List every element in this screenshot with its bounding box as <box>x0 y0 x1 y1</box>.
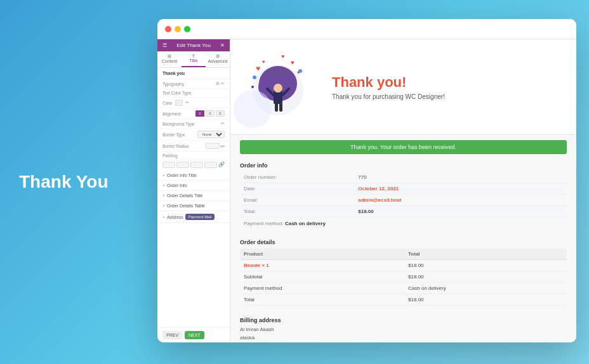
sidebar-row-background-type: Background Type ✏ <box>157 119 230 129</box>
titlebar <box>157 19 576 39</box>
sidebar-expandable-address[interactable]: + Address Payment Mail <box>157 211 230 223</box>
payment-method-row: Payment method: Cash on delivery <box>240 218 567 230</box>
tab-advanced[interactable]: ⚙ Advanced <box>206 51 230 67</box>
table-row: Order number: 770 <box>240 172 567 183</box>
sidebar-row-text-color-type: Text Color Type <box>157 89 230 98</box>
col-product: Product <box>240 249 404 260</box>
sidebar-expandable-order-details-table[interactable]: + Order Details Table <box>157 201 230 211</box>
sidebar-expandable-order-info[interactable]: + Order Info <box>157 181 230 191</box>
window-controls <box>165 26 190 32</box>
sidebar-header-menu-icon: ☰ <box>162 42 167 48</box>
padding-right-input[interactable] <box>176 162 189 168</box>
sidebar-section-thank-you: Thank you <box>157 68 230 79</box>
sidebar-expandable-order-details-title[interactable]: + Order Details Title <box>157 191 230 201</box>
main-window: ☰ Edit Thank You ✕ ⊞ Content T Title ⚙ A… <box>157 19 576 342</box>
billing-address-line1: alaska <box>240 334 567 342</box>
advanced-icon: ⚙ <box>207 54 228 59</box>
thank-you-text: Thank you! Thank you for purchasing WC D… <box>332 74 445 100</box>
sidebar-expandable-order-info-title[interactable]: + Order Info Title <box>157 171 230 181</box>
order-info-table: Order number: 770 Date: October 12, 2021… <box>240 172 567 218</box>
tab-title[interactable]: T Title <box>182 51 206 67</box>
order-details-table: Product Total Beanie × 1 $18.00 Subtotal <box>240 249 567 306</box>
align-right-btn[interactable]: ≡ <box>216 110 225 117</box>
tab-content[interactable]: ⊞ Content <box>157 51 182 67</box>
maximize-button[interactable] <box>184 26 190 32</box>
svg-point-15 <box>251 86 254 88</box>
sidebar-header: ☰ Edit Thank You ✕ <box>157 39 230 51</box>
thank-you-heading: Thank you! <box>332 74 445 91</box>
expand-icon-3: + <box>162 193 165 198</box>
sidebar-row-color: Color ✏ <box>157 98 230 108</box>
padding-left-input[interactable] <box>204 162 217 168</box>
minimize-button[interactable] <box>175 26 181 32</box>
page-title: Thank You <box>19 171 109 193</box>
svg-point-13 <box>253 75 256 79</box>
svg-text:♥: ♥ <box>262 59 265 65</box>
table-row: Subtotal $18.00 <box>240 271 567 283</box>
preview-hero: ♥ ♥ ♥ ♥ ♥ <box>230 39 576 135</box>
title-icon: T <box>183 54 204 58</box>
order-info-title: Order info <box>240 162 567 169</box>
billing-title: Billing address <box>240 317 567 323</box>
svg-point-14 <box>298 69 302 73</box>
close-button[interactable] <box>165 26 171 32</box>
color-edit-icon[interactable]: ✏ <box>185 100 189 105</box>
sidebar-row-alignment: Alignment ≡ ≡ ≡ <box>157 108 230 119</box>
padding-link-icon[interactable]: 🔗 <box>218 162 225 168</box>
order-confirmation-bar: Thank you. Your order has been received. <box>240 140 567 154</box>
sidebar-bottom: PREV NEXT <box>157 327 230 342</box>
col-total: Total <box>404 249 567 260</box>
order-details-section: Order details Product Total Beanie × 1 $… <box>230 236 576 312</box>
window-body: ☰ Edit Thank You ✕ ⊞ Content T Title ⚙ A… <box>157 39 576 342</box>
table-row: Email: admin@ecsil.host <box>240 195 567 206</box>
svg-text:♥: ♥ <box>281 53 284 60</box>
svg-point-5 <box>274 84 282 93</box>
align-left-btn[interactable]: ≡ <box>195 110 204 117</box>
typography-edit-icon[interactable]: ✏ <box>221 81 225 86</box>
table-row: Date: October 12, 2021 <box>240 183 567 195</box>
order-details-title: Order details <box>240 239 567 245</box>
color-swatch[interactable] <box>175 100 183 106</box>
billing-section: Billing address Al Imran Akash alaska co… <box>230 312 576 342</box>
sidebar-header-title: Edit Thank You <box>176 42 211 48</box>
table-header-row: Product Total <box>240 249 567 260</box>
expand-icon: + <box>162 173 165 178</box>
order-info-section: Order info Order number: 770 Date: Octob… <box>230 159 576 236</box>
expand-icon-5: + <box>162 215 165 219</box>
table-row: Payment method Cash on delivery <box>240 283 567 294</box>
sidebar-row-border-type: Border Type None <box>157 129 230 141</box>
billing-info: Al Imran Akash alaska comms, AK 35065 06… <box>240 326 567 342</box>
svg-text:♥: ♥ <box>256 64 260 73</box>
sidebar: ☰ Edit Thank You ✕ ⊞ Content T Title ⚙ A… <box>157 39 230 342</box>
sidebar-row-typography: Typography ⚙ ✏ <box>157 79 230 89</box>
table-row: Beanie × 1 $18.00 <box>240 260 567 271</box>
sidebar-tabs: ⊞ Content T Title ⚙ Advanced <box>157 51 230 68</box>
typography-settings-icon[interactable]: ⚙ <box>216 81 220 86</box>
padding-bottom-input[interactable] <box>190 162 203 168</box>
main-preview: ♥ ♥ ♥ ♥ ♥ <box>230 39 576 342</box>
table-row: Total: $18.00 <box>240 206 567 218</box>
border-type-select[interactable]: None <box>197 131 225 138</box>
svg-rect-16 <box>275 103 278 112</box>
circle-decoration <box>234 90 272 128</box>
svg-rect-17 <box>279 103 282 112</box>
table-row: Total $18.00 <box>240 294 567 306</box>
illustration-area: ♥ ♥ ♥ ♥ ♥ <box>243 52 319 122</box>
svg-text:♥: ♥ <box>291 59 294 66</box>
align-center-btn[interactable]: ≡ <box>206 110 215 117</box>
next-button[interactable]: NEXT <box>185 331 204 339</box>
scrollable-content: ♥ ♥ ♥ ♥ ♥ <box>230 39 576 342</box>
expand-icon-4: + <box>162 204 165 208</box>
content-icon: ⊞ <box>159 54 180 59</box>
background-edit-icon[interactable]: ✏ <box>221 121 225 126</box>
expand-icon-2: + <box>162 183 165 188</box>
billing-name: Al Imran Akash <box>240 326 567 334</box>
padding-top-input[interactable] <box>162 162 175 168</box>
sidebar-row-padding: Padding <box>157 152 230 160</box>
prev-button[interactable]: PREV <box>162 331 182 339</box>
sidebar-row-border-radius: Border Radius px <box>157 141 230 152</box>
thank-you-subtext: Thank you for purchasing WC Designer! <box>332 93 445 100</box>
border-radius-input[interactable] <box>206 143 220 149</box>
tooltip-payment-mail: Payment Mail <box>185 214 215 220</box>
sidebar-header-close-icon[interactable]: ✕ <box>220 42 225 48</box>
